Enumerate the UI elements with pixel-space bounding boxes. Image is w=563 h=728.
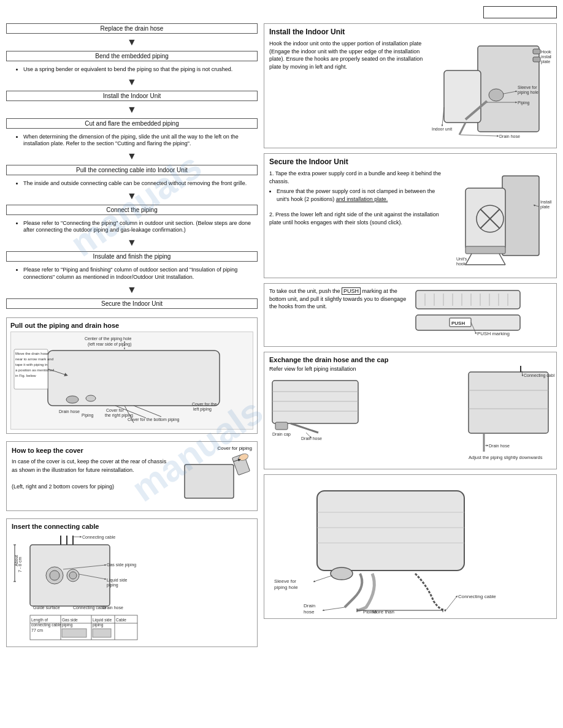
svg-text:Connecting cable: Connecting cable — [524, 373, 554, 378]
svg-text:Unit's: Unit's — [456, 257, 467, 261]
svg-text:77 cm: 77 cm — [31, 628, 43, 632]
secure-indoor-title: Secure the Indoor Unit — [269, 157, 551, 166]
secure-diagram: Installation plate Unit's hook — [453, 170, 551, 274]
cover-content: How to keep the cover In case of the cov… — [12, 446, 252, 507]
insulate-bullet-1: Please refer to "Piping and finishing" c… — [23, 267, 258, 281]
cover-diagram: Cover for piping — [178, 446, 252, 507]
svg-text:Piping: Piping — [82, 413, 94, 418]
top-bar — [6, 6, 557, 18]
svg-rect-123 — [469, 372, 548, 433]
install-indoor-title: Install the Indoor Unit — [269, 28, 551, 36]
svg-text:(left rear side of piping): (left rear side of piping) — [88, 342, 132, 347]
cover-label: Cover for piping — [178, 446, 252, 451]
svg-line-81 — [459, 123, 465, 135]
svg-text:Liquid side: Liquid side — [107, 578, 128, 583]
insulate-bullets: Please refer to "Piping and finishing" c… — [13, 267, 258, 281]
push-text: To take out the unit, push the PUSH mark… — [269, 287, 408, 343]
svg-text:PUSH marking: PUSH marking — [477, 331, 510, 336]
connect-bullet-1: Please refer to "Connecting the piping" … — [23, 220, 258, 234]
secure-content: 1. Tape the extra power supply cord in a… — [269, 170, 551, 274]
svg-rect-133 — [317, 491, 464, 571]
svg-text:Drain hose: Drain hose — [102, 605, 123, 610]
svg-text:7 - 8 cm: 7 - 8 cm — [18, 556, 22, 572]
secure-indoor-panel: Secure the Indoor Unit 1. Tape the extra… — [264, 153, 557, 278]
svg-text:Move the drain hose: Move the drain hose — [15, 352, 49, 355]
svg-text:Connecting cable: Connecting cable — [73, 605, 106, 610]
arrow-7: ▼ — [6, 285, 258, 295]
secure-text: 1. Tape the extra power supply cord in a… — [269, 170, 448, 274]
exchange-title: Exchange the drain hose and the cap — [269, 356, 551, 363]
svg-text:piping: piping — [107, 583, 118, 588]
exchange-content: Refer view for left piping installation … — [269, 366, 551, 465]
pull-piping-panel: Pull out the piping and drain hose Cente… — [6, 317, 258, 434]
secure-step2: 2. Press the lower left and right side o… — [269, 211, 448, 226]
push-diagram: PUSH PUSH marking — [413, 287, 551, 343]
secure-svg: Installation plate Unit's hook — [453, 170, 551, 277]
push-marking-inline: PUSH — [342, 287, 361, 295]
svg-line-83 — [461, 135, 498, 136]
svg-rect-85 — [465, 188, 505, 249]
svg-point-13 — [86, 395, 96, 401]
svg-text:in Fig. below: in Fig. below — [15, 374, 36, 377]
step-replace-drain-hose-label: Replace the drain hose — [101, 25, 164, 32]
install-text: Hook the indoor unit onto the upper port… — [269, 40, 424, 144]
svg-text:Cable: Cable — [116, 618, 126, 622]
svg-text:Sleeve for: Sleeve for — [274, 578, 296, 584]
svg-text:piping hole: piping hole — [274, 585, 298, 590]
svg-text:piping: piping — [62, 623, 73, 628]
step-pull-label: Pull the connecting cable into Indoor Un… — [76, 167, 188, 173]
svg-rect-23 — [185, 464, 234, 498]
svg-text:Gas side: Gas side — [62, 618, 78, 622]
svg-line-120 — [291, 423, 318, 433]
bottom-right-svg: Sleeve for piping hole Drain hose Piping… — [268, 479, 526, 613]
svg-text:installation: installation — [541, 55, 551, 59]
bend-bullet-1: Use a spring bender or equivalent to ben… — [23, 66, 258, 74]
svg-text:Adjust the piping slightly dow: Adjust the piping slightly downwards — [469, 455, 543, 460]
svg-text:piping hole: piping hole — [518, 90, 538, 95]
right-column: Install the Indoor Unit Hook the indoor … — [264, 23, 557, 722]
arrow-4: ▼ — [6, 151, 258, 161]
arrow-6: ▼ — [6, 238, 258, 248]
svg-line-143 — [323, 607, 345, 610]
arrow-1: ▼ — [6, 37, 258, 47]
svg-text:near to arrow mark and: near to arrow mark and — [15, 357, 53, 361]
page: manuals manuals Replace the drain hose ▼… — [0, 0, 563, 728]
svg-rect-68 — [533, 57, 540, 62]
exchange-right-svg: Connecting cable Drain hose Adjust the p… — [465, 366, 554, 464]
cut-bullets: When determining the dimension of the pi… — [13, 134, 258, 148]
svg-line-146 — [446, 596, 457, 610]
svg-rect-66 — [444, 70, 481, 123]
svg-rect-98 — [416, 290, 520, 309]
svg-rect-114 — [272, 381, 358, 423]
exchange-left-svg: Drain cap Drain hose — [269, 374, 361, 442]
pull-piping-svg: Center of the piping hole (left rear sid… — [11, 332, 250, 429]
svg-text:connecting cable: connecting cable — [31, 623, 61, 628]
step-connect-label: Connect the piping — [106, 207, 157, 213]
cover-panel: How to keep the cover In case of the cov… — [6, 441, 258, 511]
step-insulate: Insulate and finish the piping — [6, 251, 258, 262]
svg-text:Hooks at: Hooks at — [541, 50, 551, 54]
arrow-3: ▼ — [6, 105, 258, 115]
svg-text:Drain hose: Drain hose — [489, 444, 510, 448]
svg-text:PUSH: PUSH — [451, 320, 465, 326]
insert-svg: About 7 - 8 cm Connecting cable — [12, 533, 147, 643]
exchange-panel: Exchange the drain hose and the cap Refe… — [264, 352, 557, 469]
svg-text:left piping: left piping — [193, 407, 212, 412]
arrow-5: ▼ — [6, 191, 258, 201]
svg-text:Drain: Drain — [304, 603, 315, 609]
step-replace-drain-hose: Replace the drain hose — [6, 23, 258, 34]
svg-text:Drain hose: Drain hose — [301, 436, 322, 441]
install-indoor-panel: Install the Indoor Unit Hook the indoor … — [264, 23, 557, 148]
svg-text:Connecting cable: Connecting cable — [82, 535, 115, 540]
secure-step1: 1. Tape the extra power supply cord in a… — [269, 170, 448, 185]
step-cut-flare: Cut and flare the embedded piping — [6, 118, 258, 129]
connect-bullets: Please refer to "Connecting the piping" … — [13, 220, 258, 234]
svg-text:Connecting cable: Connecting cable — [458, 594, 496, 599]
exchange-left: Refer view for left piping installation … — [269, 366, 462, 465]
svg-rect-67 — [533, 49, 540, 54]
exchange-refer: Refer view for left piping installation — [269, 366, 462, 372]
svg-text:More than: More than — [372, 609, 394, 613]
step-bend-embedded: Bend the embedded piping — [6, 51, 258, 61]
svg-point-11 — [66, 396, 79, 403]
svg-text:Gas side piping: Gas side piping — [107, 563, 136, 567]
